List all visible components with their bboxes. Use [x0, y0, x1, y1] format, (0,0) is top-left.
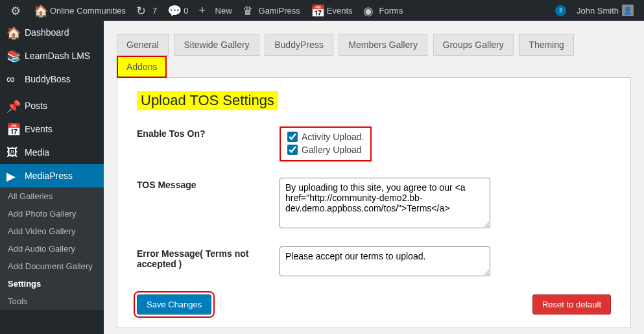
updates-count: 7: [152, 6, 157, 16]
main-content: General Sitewide Gallery BuddyPress Memb…: [104, 21, 644, 334]
user-name: John Smith: [577, 6, 619, 16]
topbar-notifications[interactable]: 2: [550, 0, 571, 21]
sidebar-buddyboss[interactable]: ∞BuddyBoss: [0, 67, 104, 91]
tab-sitewide[interactable]: Sitewide Gallery: [174, 34, 259, 56]
forms-label: Forms: [379, 6, 403, 16]
gamipress-label: GamiPress: [259, 6, 300, 16]
tos-message-label: TOS Message: [137, 178, 280, 190]
checkbox-activity-upload[interactable]: [287, 132, 298, 142]
checkbox-gallery-label: Gallery Upload: [302, 145, 362, 155]
crown-icon: ♛: [243, 4, 256, 17]
admin-topbar: ⚙ 🏠Online Communities ↻7 💬0 +New ♛GamiPr…: [0, 0, 644, 21]
new-label: New: [215, 6, 232, 16]
buddyboss-icon: ∞: [6, 73, 19, 86]
events-label: Events: [327, 6, 353, 16]
settings-panel: Upload TOS Settings Enable Tos On? Activ…: [117, 77, 631, 328]
pin-icon: 📌: [6, 99, 19, 112]
tab-general[interactable]: General: [117, 34, 169, 56]
settings-tabs: General Sitewide Gallery BuddyPress Memb…: [117, 34, 631, 78]
tab-groups[interactable]: Groups Gallery: [433, 34, 514, 56]
topbar-comments[interactable]: 💬0: [162, 0, 193, 21]
topbar-user[interactable]: John Smith👤: [571, 0, 639, 21]
tos-message-textarea[interactable]: [280, 178, 490, 228]
forms-icon: ◉: [363, 4, 376, 17]
submenu-tools[interactable]: Tools: [0, 292, 104, 310]
submenu-add-audio[interactable]: Add Audio Gallery: [0, 240, 104, 257]
avatar-icon: 👤: [622, 5, 634, 16]
topbar-gamipress[interactable]: ♛GamiPress: [237, 0, 305, 21]
calendar-icon: 📅: [311, 4, 324, 17]
sidebar-events[interactable]: 📅Events: [0, 117, 104, 141]
site-name: Online Communities: [50, 6, 126, 16]
sidebar-label: BuddyBoss: [25, 74, 71, 84]
sidebar-label: Posts: [25, 101, 47, 111]
topbar-new[interactable]: +New: [194, 0, 237, 21]
home-icon: 🏠: [34, 4, 47, 17]
sidebar-label: Events: [25, 124, 53, 134]
calendar-icon: 📅: [6, 123, 19, 136]
sidebar-mediapress[interactable]: ▶MediaPress: [0, 164, 104, 187]
submenu-add-doc[interactable]: Add Document Gallery: [0, 257, 104, 275]
checkbox-activity-label: Activity Upload.: [302, 132, 364, 142]
refresh-icon: ↻: [136, 4, 149, 17]
tab-addons[interactable]: Addons: [117, 56, 167, 78]
checkbox-activity-row[interactable]: Activity Upload.: [287, 130, 364, 143]
comment-icon: 💬: [167, 4, 180, 17]
topbar-updates[interactable]: ↻7: [131, 0, 162, 21]
topbar-forms[interactable]: ◉Forms: [358, 0, 409, 21]
sidebar-submenu: All Galleries Add Photo Gallery Add Vide…: [0, 187, 104, 310]
learndash-icon: 📚: [6, 49, 19, 62]
notif-badge: 2: [555, 5, 566, 16]
error-message-label: Error Message( Terms not accepted ): [137, 246, 280, 269]
sidebar-label: Dashboard: [25, 27, 69, 38]
enable-tos-checkgroup: Activity Upload. Gallery Upload: [280, 126, 372, 161]
enable-tos-label: Enable Tos On?: [137, 126, 280, 139]
save-button[interactable]: Save Changes: [137, 294, 211, 315]
submenu-all-galleries[interactable]: All Galleries: [0, 187, 104, 205]
tab-theming[interactable]: Theming: [519, 34, 573, 56]
sidebar-learndash[interactable]: 📚LearnDash LMS: [0, 44, 104, 67]
topbar-site-link[interactable]: 🏠Online Communities: [29, 0, 131, 21]
admin-sidebar: 🏠Dashboard 📚LearnDash LMS ∞BuddyBoss 📌Po…: [0, 21, 104, 334]
submenu-add-video[interactable]: Add Video Gallery: [0, 222, 104, 240]
submenu-add-photo[interactable]: Add Photo Gallery: [0, 205, 104, 222]
topbar-events[interactable]: 📅Events: [305, 0, 358, 21]
comments-count: 0: [184, 6, 188, 16]
wordpress-icon: ⚙: [10, 4, 23, 17]
tab-members[interactable]: Members Gallery: [339, 34, 427, 56]
sidebar-label: LearnDash LMS: [25, 51, 90, 61]
plus-icon: +: [199, 4, 212, 17]
panel-heading: Upload TOS Settings: [137, 91, 278, 110]
reset-button[interactable]: Reset to default: [532, 294, 611, 315]
checkbox-gallery-row[interactable]: Gallery Upload: [287, 143, 364, 156]
media-icon: 🖼: [6, 146, 19, 159]
submenu-settings[interactable]: Settings: [0, 275, 104, 292]
tab-buddypress[interactable]: BuddyPress: [265, 34, 333, 56]
checkbox-gallery-upload[interactable]: [287, 145, 298, 155]
sidebar-posts[interactable]: 📌Posts: [0, 94, 104, 117]
sidebar-label: Media: [25, 147, 49, 158]
topbar-wp-logo[interactable]: ⚙: [5, 0, 29, 21]
error-message-textarea[interactable]: [280, 246, 490, 276]
dashboard-icon: 🏠: [6, 26, 19, 39]
sidebar-label: MediaPress: [25, 171, 73, 181]
sidebar-dashboard[interactable]: 🏠Dashboard: [0, 21, 104, 44]
mediapress-icon: ▶: [6, 169, 19, 182]
sidebar-media[interactable]: 🖼Media: [0, 141, 104, 164]
